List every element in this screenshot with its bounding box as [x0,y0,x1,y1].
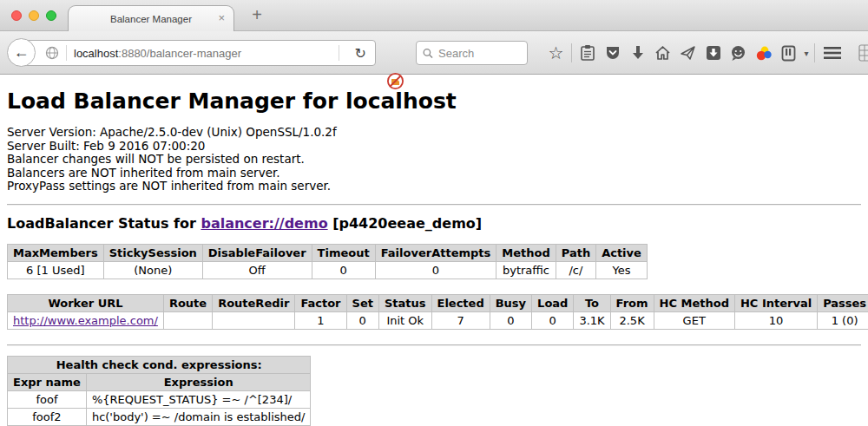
minimize-window-button[interactable] [29,10,39,21]
apps-grid-button[interactable] [854,40,868,66]
server-version-line: Server Version: Apache/2.5.0-dev (Unix) … [7,126,861,140]
table-cell: (None) [103,261,202,279]
download-arrow-icon [631,45,645,61]
tab-title: Balancer Manager [110,14,192,24]
heading-suffix: [p4420eeae_demo] [328,215,483,232]
table-cell: 0 [490,311,531,329]
column-header: From [610,294,654,311]
send-to-device-button[interactable] [675,40,700,66]
chevron-down-icon[interactable]: ▾ [801,49,812,58]
column-header: Expression [86,373,311,390]
zoom-window-button[interactable] [46,10,56,21]
window-titlebar: Balancer Manager × + [0,0,868,31]
column-header: Elected [431,294,490,311]
clipboard-button[interactable] [575,40,600,66]
column-header: FailoverAttempts [375,244,496,261]
search-input[interactable] [438,47,521,60]
hamburger-icon [824,47,841,59]
worker-url-link[interactable]: http://www.example.com/ [13,314,158,327]
star-icon: ☆ [549,44,564,62]
search-bar[interactable] [416,41,528,65]
browser-tab[interactable]: Balancer Manager × [68,5,234,31]
url-domain: localhost [74,47,118,60]
pocket-button[interactable] [600,40,625,66]
table-cell: hc('body') =~ /domain is established/ [86,408,311,425]
url-path: :8880/balancer-manager [118,47,241,60]
table-cell: http://www.example.com/ [8,311,164,329]
close-window-button[interactable] [11,10,22,21]
content-blocked-icon[interactable] [386,72,404,90]
column-header: MaxMembers [8,244,104,261]
balancer-settings-table: MaxMembersStickySessionDisableFailoverTi… [7,244,648,279]
back-button[interactable]: ← [7,38,36,67]
page-content: Load Balancer Manager for localhost Serv… [0,75,868,426]
column-header: DisableFailover [202,244,312,261]
page-title: Load Balancer Manager for localhost [7,88,861,114]
table-cell: foof [8,390,87,408]
containers-button[interactable] [776,40,801,66]
column-header: Busy [490,294,531,311]
table-cell: /c/ [556,261,595,279]
table-header-row: Worker URLRouteRouteRedirFactorSetStatus… [8,294,868,311]
smiley-icon [730,45,746,62]
reload-icon[interactable]: ↻ [346,45,375,62]
column-header: Set [346,294,378,311]
table-cell: 0 [346,311,378,329]
url-text[interactable]: localhost:8880/balancer-manager [74,47,241,60]
table-cell: foof2 [8,408,87,425]
table-cell: GET [654,311,734,329]
extension-dots-button[interactable] [751,40,776,66]
table-row: http://www.example.com/ 10Init Ok7003.1K… [8,311,868,329]
table-cell: 1 (0) [818,311,868,329]
downloads-panel-icon [706,45,721,61]
table-cell: 6 [1 Used] [8,261,104,279]
column-header: Method [496,244,556,261]
container-icon [781,45,796,62]
column-header: Status [378,294,431,311]
feedback-button[interactable] [726,40,751,66]
url-bar[interactable]: localhost:8880/balancer-manager ↻ [22,40,376,66]
balancer-status-heading: LoadBalancer Status for balancer://demo … [7,215,861,232]
apps-grid-icon [858,44,868,62]
persist-notice-line: Balancer changes will NOT be persisted o… [7,153,861,167]
table-cell: 2.5K [610,311,654,329]
table-cell: 10 [734,311,817,329]
server-built-line: Server Built: Feb 9 2016 07:00:20 [7,140,861,154]
downloads-panel-button[interactable] [700,40,726,66]
table-header-row: MaxMembersStickySessionDisableFailoverTi… [8,244,648,261]
health-check-expressions-table: Health check cond. expressions:Expr name… [7,356,311,426]
balancer-demo-link[interactable]: balancer://demo [201,215,327,232]
menu-button[interactable] [818,40,847,66]
color-dots-icon [755,45,773,62]
table-cell: 0 [312,261,375,279]
home-button[interactable] [650,40,675,66]
toolbar-separator [571,43,572,62]
column-header: Factor [295,294,346,311]
table-cell [163,311,212,329]
column-header: To [574,294,610,311]
column-header: StickySession [103,244,202,261]
divider [7,204,861,206]
url-separator [66,45,67,61]
download-button[interactable] [625,40,650,66]
toolbar-icons: ☆ [543,38,868,68]
close-tab-icon[interactable]: × [218,12,225,23]
table-cell: bytraffic [496,261,556,279]
toolbar-separator [814,43,815,62]
bookmark-star-button[interactable]: ☆ [543,40,569,66]
search-icon [423,48,433,59]
table-cell: 0 [375,261,496,279]
column-header: Timeout [312,244,375,261]
table-cell: Init Ok [378,311,431,329]
table-cell [213,311,295,329]
table-cell: 1 [295,311,346,329]
divider [7,344,861,346]
new-tab-button[interactable]: + [247,5,267,25]
table-header-row: Expr nameExpression [8,373,311,390]
proxypass-notice-line: ProxyPass settings are NOT inherited fro… [7,180,861,193]
table-row: 6 [1 Used](None)Off00bytraffic/c/Yes [8,261,648,279]
table-cell: Yes [596,261,648,279]
back-icon: ← [14,43,30,62]
table-cell: 0 [532,311,574,329]
site-identity-globe-icon [45,46,59,60]
